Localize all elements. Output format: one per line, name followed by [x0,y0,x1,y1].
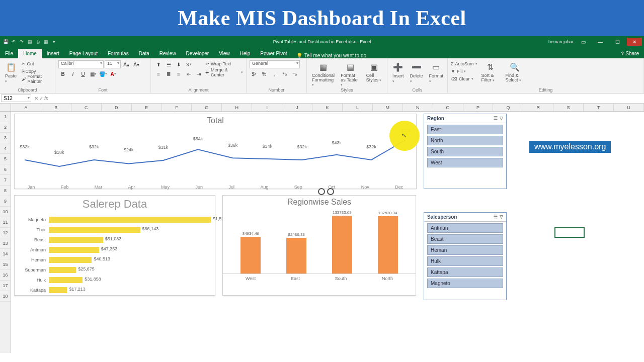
ribbon-display-icon[interactable]: ▭ [576,38,591,46]
number-format-select[interactable]: General [250,60,300,68]
tab-page-layout[interactable]: Page Layout [64,49,103,58]
row-header[interactable]: 3 [0,133,11,143]
row-header[interactable]: 2 [0,122,11,133]
selection-handles[interactable] [318,188,334,195]
format-painter-button[interactable]: 🖌Format Painter [22,75,52,82]
row-header[interactable]: 15 [0,259,11,270]
shrink-font-icon[interactable]: A▾ [132,60,141,68]
row-header[interactable]: 9 [0,196,11,207]
slicer-item[interactable]: Magneto [427,279,503,288]
align-middle-icon[interactable]: ☰ [164,60,173,68]
col-header[interactable]: T [584,104,614,111]
indent-inc-icon[interactable]: ⇥ [194,70,203,78]
formula-input[interactable] [50,94,644,103]
tab-view[interactable]: View [214,49,235,58]
close-icon[interactable]: ✕ [627,38,642,46]
row-header[interactable]: 11 [0,217,11,228]
row-header[interactable]: 17 [0,281,11,291]
font-size-select[interactable]: 11 [105,60,121,68]
col-header[interactable]: Q [493,104,523,111]
tab-review[interactable]: Review [154,49,181,58]
percent-icon[interactable]: % [260,70,269,78]
insert-cells-button[interactable]: ➕Insert [390,60,406,84]
align-bottom-icon[interactable]: ⬇ [174,60,183,68]
row-header[interactable]: 18 [0,291,11,302]
underline-button[interactable]: U [78,70,88,78]
qat-icon[interactable]: ▤ [26,38,33,45]
col-header[interactable]: C [71,104,102,111]
share-button[interactable]: ⇪ Share [615,49,644,58]
row-header[interactable]: 8 [0,186,11,196]
maximize-icon[interactable]: ☐ [610,38,625,46]
slicer-item[interactable]: Kattapa [427,267,503,277]
row-header[interactable]: 7 [0,175,11,186]
col-header[interactable]: E [132,104,162,111]
col-header[interactable]: J [282,104,312,111]
worksheet[interactable]: 123456789101112131415161718 Total $32k$1… [0,112,644,353]
grow-font-icon[interactable]: A▴ [122,60,131,68]
fill-color-button[interactable]: 🪣 [99,70,108,78]
slicer-item[interactable]: West [427,158,503,167]
tab-help[interactable]: Help [235,49,256,58]
tab-home[interactable]: Home [18,49,42,58]
qat-icon[interactable]: ▦ [42,38,49,45]
sort-filter-button[interactable]: ⇅Sort & Filter [479,60,502,83]
row-header[interactable]: 16 [0,270,11,281]
slicer-item[interactable]: Beast [427,234,503,244]
slicer-item[interactable]: East [427,125,503,134]
indent-dec-icon[interactable]: ⇤ [184,70,193,78]
multi-select-icon[interactable]: ☰ [494,116,498,121]
row-header[interactable]: 14 [0,249,11,259]
tab-file[interactable]: File [0,49,18,58]
col-header[interactable]: A [11,104,41,111]
format-cells-button[interactable]: ▭Format [427,60,446,84]
conditional-formatting-button[interactable]: ▦Conditional Formatting [310,60,337,88]
slicer-region[interactable]: Region ☰▽ East North South West [424,114,507,189]
col-header[interactable]: G [192,104,222,111]
row-header[interactable]: 5 [0,154,11,164]
clear-filter-icon[interactable]: ▽ [500,116,503,121]
name-box[interactable]: S12 [1,95,31,102]
font-color-button[interactable]: A [109,70,118,78]
grid[interactable]: Total $32k$18k$32k$24k$31k$54k$36k$34k$3… [11,112,644,353]
row-header[interactable]: 6 [0,164,11,175]
format-as-table-button[interactable]: ▤Format as Table [339,60,362,88]
comma-icon[interactable]: , [270,70,279,78]
col-header[interactable]: R [523,104,553,111]
col-header[interactable]: D [102,104,132,111]
redo-icon[interactable]: ↷ [18,38,25,45]
slicer-item[interactable]: Hulk [427,256,503,266]
chart-salerep-bar[interactable]: Salerep Data Magneto$1,52,723Thor$86,143… [14,195,215,296]
slicer-item[interactable]: North [427,136,503,145]
clear-button[interactable]: ⌫Clear [451,75,477,82]
row-header[interactable]: 10 [0,207,11,217]
align-center-icon[interactable]: ≣ [164,70,173,78]
qat-icon[interactable]: ⎙ [34,38,41,45]
tab-developer[interactable]: Developer [181,49,214,58]
paste-button[interactable]: 📋 Paste [3,60,20,84]
slicer-item[interactable]: South [427,147,503,156]
tab-data[interactable]: Data [134,49,154,58]
col-header[interactable]: S [553,104,584,111]
col-header[interactable]: B [41,104,71,111]
col-header[interactable]: N [403,104,433,111]
align-left-icon[interactable]: ≡ [154,70,163,78]
row-header[interactable]: 1 [0,112,11,122]
slicer-salesperson[interactable]: Salesperson ☰▽ Antman Beast Heman Hulk K… [424,212,507,300]
select-all-triangle[interactable] [0,104,11,111]
dec-decimal-icon[interactable]: ⁻₀ [290,70,299,78]
tab-power-pivot[interactable]: Power Pivot [255,49,292,58]
qat-dropdown-icon[interactable]: ▾ [50,38,57,45]
undo-icon[interactable]: ↶ [10,38,17,45]
fill-button[interactable]: ▼Fill [451,68,477,75]
cancel-formula-icon[interactable]: ✕ [34,96,38,101]
col-header[interactable]: H [222,104,252,111]
tab-insert[interactable]: Insert [42,49,64,58]
delete-cells-button[interactable]: ➖Delete [408,60,425,84]
chart-regionwise-bar[interactable]: Regionwise Sales 84934.4682486.38133733.… [222,195,416,296]
font-name-select[interactable]: Calibri [58,60,104,68]
multi-select-icon[interactable]: ☰ [494,214,498,220]
tab-formulas[interactable]: Formulas [103,49,134,58]
row-header[interactable]: 4 [0,143,11,154]
slicer-item[interactable]: Antman [427,223,503,233]
